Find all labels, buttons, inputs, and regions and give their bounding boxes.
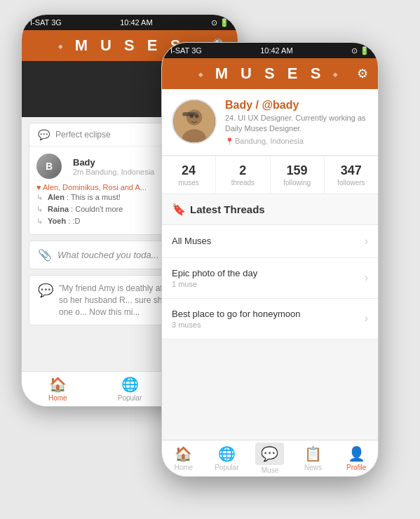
home-label-front: Home (174, 464, 193, 471)
muse-tab-bg-front: 💬 (255, 443, 284, 465)
chevron-icon-1: › (365, 271, 368, 284)
stat-threads-label: threads (231, 179, 255, 187)
stat-threads: 2 threads (216, 156, 270, 194)
status-bar-back: I-SAT 3G 10:42 AM ⊙ 🔋 (22, 15, 238, 30)
avatar-img-back: B (36, 154, 62, 179)
thread-title-1: Epic photo of the day (172, 268, 257, 278)
carrier-front: I-SAT 3G (170, 46, 202, 55)
section-header: 🔖 Latest Threads (162, 194, 378, 225)
chat-icon: 💬 (38, 129, 50, 140)
stat-muses: 24 muses (162, 156, 216, 194)
comment-name-1: Raina (48, 205, 69, 213)
stat-muses-num: 24 (182, 163, 196, 178)
stat-followers: 347 followers (325, 156, 378, 194)
stats-bar: 24 muses 2 threads 159 following 347 fol… (162, 156, 378, 194)
time-front: 10:42 AM (260, 46, 292, 55)
profile-bio: 24. UI UX Designer. Currently working as… (225, 113, 368, 135)
stat-followers-num: 347 (341, 163, 362, 178)
popular-label-front: Popular (215, 464, 238, 471)
popular-icon-front: 🌐 (218, 445, 236, 462)
profile-info: Bady / @bady 24. UI UX Designer. Current… (225, 99, 368, 145)
dot-right-front: ◆ (333, 72, 341, 78)
news-icon-front: 📋 (304, 445, 322, 462)
settings-button-front[interactable]: ⚙ (357, 66, 368, 81)
clip-icon: 📎 (38, 248, 52, 262)
avatar-back: B (36, 154, 62, 179)
stat-following-num: 159 (287, 163, 308, 178)
user-info-back: Bady 2m Bandung, Indonesia (73, 157, 154, 176)
profile-icon-front: 👤 (348, 445, 365, 462)
profile-name: Bady / @bady (225, 99, 368, 112)
what-touched-text: What touched you toda... (57, 250, 159, 260)
nav-news-front[interactable]: 📋 News (292, 445, 335, 471)
thread-item-0[interactable]: All Muses › (162, 225, 378, 258)
bookmark-icon: 🔖 (172, 203, 186, 216)
chevron-icon-0: › (365, 235, 368, 248)
card-label: Perfect eclipse (55, 130, 111, 140)
nav-home-front[interactable]: 🏠 Home (162, 445, 205, 471)
thread-item-0-content: All Muses (172, 236, 211, 246)
app-title-front: ◆ M U S E S ◆ (198, 65, 342, 83)
reply-icon-0: ↳ (36, 193, 43, 201)
nav-profile-front[interactable]: 👤 Profile (334, 445, 378, 471)
stat-muses-label: muses (178, 179, 198, 187)
thread-item-2[interactable]: Best place to go for honeymoon 3 muses › (162, 299, 378, 339)
nav-muse-front[interactable]: 💬 Muse (248, 443, 292, 474)
section-title: Latest Threads (190, 203, 265, 215)
muse-icon-front: 💬 (261, 446, 278, 461)
bottom-nav-front: 🏠 Home 🌐 Popular 💬 Muse 📋 News 👤 Profile (162, 440, 378, 476)
profile-location: Bandung, Indonesia (225, 137, 368, 145)
stat-following-label: following (283, 179, 311, 187)
popular-icon-back: 🌐 (121, 376, 139, 393)
status-bar-front: I-SAT 3G 10:42 AM ⊙ 🔋 (162, 43, 378, 58)
home-icon-back: 🏠 (49, 376, 67, 393)
user-row-left: B Bady 2m Bandung, Indonesia (36, 154, 154, 179)
user-name-back: Bady (73, 157, 154, 168)
comment-text-1: Couldn't more (75, 205, 123, 213)
home-label-back: Home (48, 394, 67, 402)
dot-left: ◆ (58, 43, 67, 50)
battery-front: ⊙ 🔋 (351, 46, 370, 55)
dot-left-front: ◆ (198, 72, 207, 78)
time-back: 10:42 AM (120, 18, 152, 27)
carrier-back: I-SAT 3G (30, 18, 62, 27)
thread-item-1[interactable]: Epic photo of the day 1 muse › (162, 258, 378, 299)
reply-icon-1: ↳ (36, 205, 43, 213)
profile-avatar (172, 99, 217, 144)
stat-followers-label: followers (337, 179, 365, 187)
top-bar-front: ◆ M U S E S ◆ ⚙ (162, 58, 378, 89)
avatar-svg (173, 100, 215, 142)
battery-back: ⊙ 🔋 (211, 18, 229, 27)
thread-sub-2: 3 muses (172, 321, 301, 329)
thread-title-0: All Muses (172, 236, 211, 246)
home-icon-front: 🏠 (175, 445, 192, 462)
comment-name-2: Yoeh (48, 217, 66, 225)
comment-text-0: This is a must! (71, 193, 121, 201)
thread-item-1-content: Epic photo of the day 1 muse (172, 268, 257, 288)
popular-label-back: Popular (118, 394, 142, 402)
phone-front: I-SAT 3G 10:42 AM ⊙ 🔋 ◆ M U S E S ◆ ⚙ (161, 42, 379, 477)
muse-label-front: Muse (262, 466, 278, 474)
profile-label-front: Profile (346, 464, 366, 471)
chevron-icon-2: › (365, 312, 368, 325)
stat-threads-num: 2 (239, 163, 246, 178)
stat-following: 159 following (271, 156, 325, 194)
thread-title-2: Best place to go for honeymoon (172, 309, 301, 319)
svg-rect-6 (193, 112, 198, 115)
news-label-front: News (304, 464, 322, 471)
quote-mark: 💬 (38, 283, 53, 318)
thread-item-2-content: Best place to go for honeymoon 3 muses (172, 309, 301, 329)
reply-icon-2: ↳ (36, 217, 43, 225)
thread-sub-1: 1 muse (172, 280, 257, 288)
nav-home-back[interactable]: 🏠 Home (22, 376, 94, 402)
nav-popular-back[interactable]: 🌐 Popular (94, 376, 166, 402)
user-meta-back: 2m Bandung, Indonesia (73, 168, 154, 176)
comment-name-0: Alen (48, 193, 65, 201)
nav-popular-front[interactable]: 🌐 Popular (205, 445, 249, 471)
comment-text-2: :D (72, 217, 80, 225)
profile-section: Bady / @bady 24. UI UX Designer. Current… (162, 89, 378, 156)
